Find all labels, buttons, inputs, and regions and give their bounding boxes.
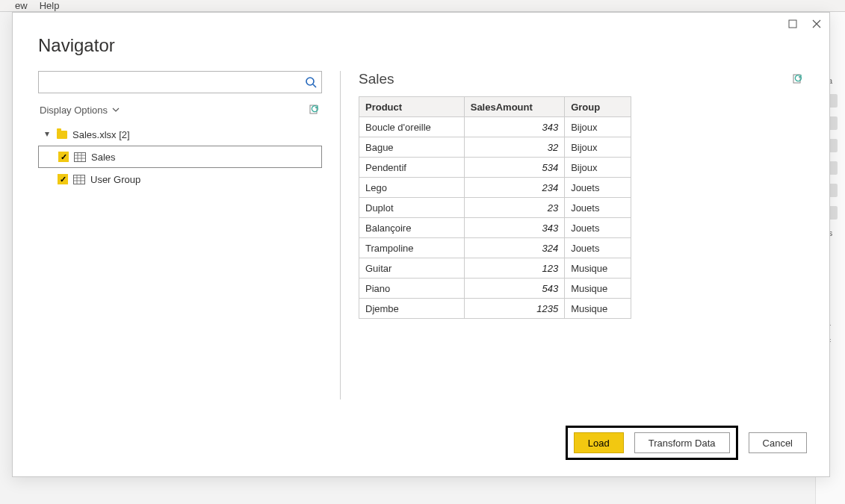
svg-point-1	[306, 78, 314, 85]
cell-amount: 123	[464, 258, 564, 279]
column-header[interactable]: SalesAmount	[464, 97, 564, 117]
preview-title: Sales	[359, 71, 394, 87]
search-icon[interactable]	[305, 76, 317, 88]
cell-amount: 343	[464, 117, 564, 137]
cell-group: Musique	[565, 258, 631, 279]
cell-group: Jouets	[565, 178, 631, 198]
table-icon	[74, 152, 86, 162]
table-row[interactable]: Guitar123Musique	[359, 258, 631, 279]
cell-group: Bijoux	[565, 117, 631, 137]
tree-file-label: Sales.xlsx [2]	[72, 129, 130, 140]
close-icon[interactable]	[811, 19, 822, 29]
cell-product: Duplot	[359, 198, 465, 218]
cell-group: Musique	[565, 279, 631, 299]
table-row[interactable]: Balançoire343Jouets	[359, 218, 631, 238]
maximize-icon[interactable]	[787, 19, 798, 29]
folder-icon	[57, 131, 67, 139]
search-input[interactable]	[45, 77, 305, 88]
svg-rect-4	[74, 175, 85, 184]
background-menubar: ew Help	[0, 0, 845, 12]
cancel-button[interactable]: Cancel	[749, 432, 807, 453]
titlebar	[13, 13, 829, 29]
cell-amount: 343	[464, 218, 564, 238]
navigator-left-pane: Display Options Sales.xlsx [2]	[38, 71, 322, 414]
table-row[interactable]: Trampoline324Jouets	[359, 238, 631, 258]
tree-table-node[interactable]: ✓ Sales	[38, 146, 322, 168]
collapse-icon[interactable]	[44, 131, 52, 137]
table-row[interactable]: Djembe1235Musique	[359, 299, 631, 319]
load-button[interactable]: Load	[574, 432, 624, 453]
navigator-dialog: Navigator Display Options	[12, 12, 830, 477]
tree-file-node[interactable]: Sales.xlsx [2]	[38, 123, 322, 146]
cell-product: Trampoline	[359, 238, 465, 258]
cell-amount: 324	[464, 238, 564, 258]
cell-group: Bijoux	[565, 158, 631, 178]
source-tree: Sales.xlsx [2] ✓ Sales ✓ User Group	[38, 123, 322, 190]
cell-product: Boucle d'oreille	[359, 117, 465, 137]
cell-amount: 543	[464, 279, 564, 299]
cell-product: Balançoire	[359, 218, 465, 238]
table-icon	[73, 175, 85, 184]
cell-product: Bague	[359, 137, 465, 158]
cell-amount: 534	[464, 158, 564, 178]
display-options-label: Display Options	[40, 105, 108, 116]
table-row[interactable]: Piano543Musique	[359, 279, 631, 299]
transform-data-button[interactable]: Transform Data	[634, 432, 730, 453]
cell-group: Bijoux	[565, 137, 631, 158]
bg-menu-item[interactable]: ew	[15, 0, 28, 11]
cell-product: Guitar	[359, 258, 465, 279]
column-header[interactable]: Product	[359, 97, 465, 117]
tree-table-node[interactable]: ✓ User Group	[38, 168, 322, 190]
table-row[interactable]: Lego234Jouets	[359, 178, 631, 198]
bg-menu-item[interactable]: Help	[40, 0, 60, 11]
refresh-icon[interactable]	[309, 104, 321, 116]
table-row[interactable]: Bague32Bijoux	[359, 137, 631, 158]
cell-group: Jouets	[565, 198, 631, 218]
preview-table: Product SalesAmount Group Boucle d'oreil…	[359, 96, 631, 319]
cell-product: Pendentif	[359, 158, 465, 178]
dialog-footer: Load Transform Data Cancel	[13, 414, 829, 476]
search-box[interactable]	[38, 71, 322, 93]
dialog-title: Navigator	[13, 29, 829, 71]
vertical-divider	[340, 71, 341, 399]
cell-product: Piano	[359, 279, 465, 299]
table-row[interactable]: Boucle d'oreille343Bijoux	[359, 117, 631, 137]
button-label: Transform Data	[649, 438, 716, 449]
table-header-row: Product SalesAmount Group	[359, 97, 631, 117]
table-row[interactable]: Pendentif534Bijoux	[359, 158, 631, 178]
cell-product: Lego	[359, 178, 465, 198]
column-header[interactable]: Group	[565, 97, 631, 117]
preview-pane: Sales Product SalesAmount Group Boucle d…	[359, 71, 804, 414]
table-row[interactable]: Duplot23Jouets	[359, 198, 631, 218]
cell-amount: 32	[464, 137, 564, 158]
cell-amount: 1235	[464, 299, 564, 319]
tree-item-label: Sales	[91, 152, 116, 163]
svg-rect-3	[75, 152, 86, 161]
highlight-annotation: Load Transform Data	[566, 426, 738, 460]
refresh-preview-icon[interactable]	[792, 73, 804, 85]
svg-rect-0	[789, 20, 796, 28]
cell-group: Jouets	[565, 238, 631, 258]
cell-product: Djembe	[359, 299, 465, 319]
checkbox-checked-icon[interactable]: ✓	[58, 174, 68, 184]
button-label: Load	[588, 438, 610, 449]
tree-item-label: User Group	[90, 174, 140, 185]
cell-amount: 23	[464, 198, 564, 218]
cell-amount: 234	[464, 178, 564, 198]
chevron-down-icon	[112, 108, 120, 112]
button-label: Cancel	[763, 438, 793, 449]
display-options-dropdown[interactable]: Display Options	[40, 105, 120, 116]
cell-group: Jouets	[565, 218, 631, 238]
cell-group: Musique	[565, 299, 631, 319]
checkbox-checked-icon[interactable]: ✓	[58, 152, 69, 162]
